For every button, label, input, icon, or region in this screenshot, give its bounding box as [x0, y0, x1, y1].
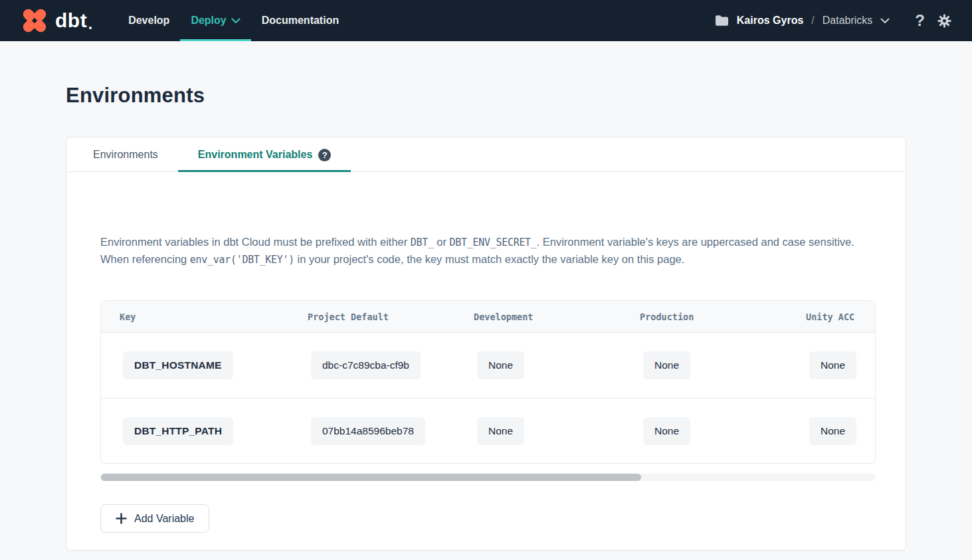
variable-value-pill[interactable]: None — [477, 351, 524, 379]
horizontal-scrollbar-track[interactable] — [100, 474, 876, 481]
dbt-logo-icon — [20, 6, 49, 35]
tab-bar: Environments Environment Variables ? — [66, 138, 906, 172]
column-header-development: Development — [455, 312, 621, 322]
cell-development: None — [455, 417, 621, 445]
variable-value-pill[interactable]: dbc-c7c89cba-cf9b — [311, 351, 421, 379]
page-title: Environments — [66, 84, 906, 108]
nav-item-develop[interactable]: Develop — [118, 0, 180, 41]
variable-value-pill[interactable]: None — [809, 417, 856, 445]
help-icon[interactable]: ? — [915, 11, 925, 30]
settings-gear-icon[interactable] — [937, 13, 952, 29]
nav-item-label: Deploy — [191, 15, 226, 27]
variable-value-pill[interactable]: None — [643, 351, 690, 379]
environments-card: Environments Environment Variables ? Env… — [66, 137, 906, 551]
nav-item-label: Develop — [128, 15, 169, 27]
environment-variables-panel: Environment variables in dbt Cloud must … — [66, 172, 906, 533]
description-line-1: Environment variables in dbt Cloud must … — [100, 234, 875, 251]
breadcrumb-separator: / — [811, 15, 814, 27]
folder-icon — [715, 15, 729, 27]
main-content: Environments Environments Environment Va… — [0, 84, 972, 551]
variable-value-pill[interactable]: None — [643, 417, 690, 445]
nav-item-deploy[interactable]: Deploy — [180, 0, 250, 41]
tab-environments[interactable]: Environments — [73, 138, 178, 172]
account-connection-name[interactable]: Databricks — [823, 15, 873, 27]
variable-value-pill[interactable]: None — [477, 417, 524, 445]
inline-code: DBT_ — [411, 236, 434, 248]
chevron-down-icon[interactable] — [880, 18, 890, 24]
nav-item-documentation[interactable]: Documentation — [251, 0, 349, 41]
table-row: DBT_HTTP_PATH 07bb14a8596beb78 None None… — [101, 398, 875, 463]
env-variables-table: Key Project Default Development Producti… — [100, 300, 876, 464]
cell-production: None — [621, 351, 787, 379]
cell-project-default: 07bb14a8596beb78 — [289, 417, 455, 445]
table-row: DBT_HOSTNAME dbc-c7c89cba-cf9b None None… — [101, 333, 875, 398]
cell-key: DBT_HOSTNAME — [101, 351, 289, 379]
chevron-down-icon — [231, 18, 241, 24]
variable-key-pill[interactable]: DBT_HOSTNAME — [123, 351, 233, 379]
tab-label: Environments — [93, 149, 158, 161]
account-project-name[interactable]: Kairos Gyros — [737, 15, 803, 27]
tab-label: Environment Variables — [198, 149, 313, 161]
nav-item-label: Documentation — [262, 15, 339, 27]
inline-code: env_var('DBT_KEY') — [190, 254, 294, 266]
column-header-unity-acc: Unity ACC — [787, 312, 876, 322]
tab-environment-variables[interactable]: Environment Variables ? — [178, 138, 351, 172]
column-header-production: Production — [621, 312, 787, 322]
description-segment: or — [434, 236, 450, 248]
add-variable-label: Add Variable — [134, 513, 194, 525]
description-segment: Environment variables in dbt Cloud must … — [100, 236, 411, 248]
cell-development: None — [455, 351, 621, 379]
dbt-logo[interactable]: dbt — [20, 0, 87, 41]
cell-key: DBT_HTTP_PATH — [101, 417, 289, 445]
plus-icon — [116, 513, 127, 524]
horizontal-scrollbar-thumb[interactable] — [101, 474, 641, 481]
column-header-key: Key — [101, 312, 289, 322]
variable-key-pill[interactable]: DBT_HTTP_PATH — [123, 417, 233, 445]
description-segment: When referencing — [100, 253, 190, 265]
cell-project-default: dbc-c7c89cba-cf9b — [289, 351, 455, 379]
dbt-logo-text: dbt — [55, 9, 87, 32]
top-navbar: dbt Develop Deploy Documentation Kairos … — [0, 0, 972, 41]
help-circle-icon[interactable]: ? — [318, 149, 331, 161]
description-segment: . Environment variable's keys are upperc… — [537, 236, 854, 248]
inline-code: DBT_ENV_SECRET_ — [450, 236, 537, 248]
add-variable-button[interactable]: Add Variable — [100, 504, 209, 533]
cell-unity-acc: None — [787, 417, 876, 445]
description-text: Environment variables in dbt Cloud must … — [100, 234, 875, 268]
variable-value-pill[interactable]: None — [809, 351, 856, 379]
primary-nav: Develop Deploy Documentation — [118, 0, 349, 41]
table-header-row: Key Project Default Development Producti… — [101, 301, 875, 333]
variable-value-pill[interactable]: 07bb14a8596beb78 — [311, 417, 425, 445]
description-line-2: When referencing env_var('DBT_KEY') in y… — [100, 251, 875, 268]
cell-unity-acc: None — [787, 351, 876, 379]
column-header-project-default: Project Default — [289, 312, 455, 322]
description-segment: in your project's code, the key must mat… — [294, 253, 684, 265]
cell-production: None — [621, 417, 787, 445]
navbar-right-cluster: Kairos Gyros / Databricks ? — [715, 0, 952, 41]
